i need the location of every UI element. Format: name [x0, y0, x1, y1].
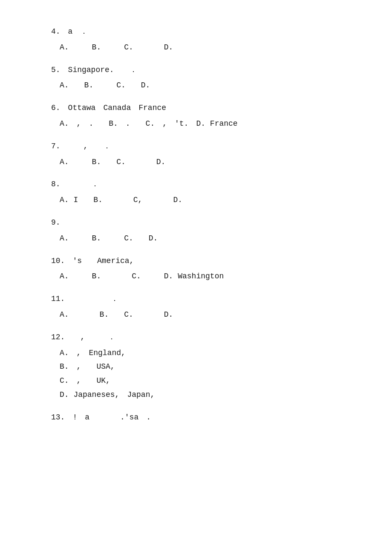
- question-line-5: 8. ．: [51, 178, 349, 191]
- question-block-8: 11. ．A. B. C. D.: [51, 293, 349, 321]
- questions-container: 4. a ．A. B. C. D.5. Singapore. ．A. B. C.…: [51, 26, 349, 424]
- question-line-2: 5. Singapore. ．: [51, 64, 349, 76]
- question-line-8: 11. ．: [51, 293, 349, 305]
- option-item-9-0: A. , England,: [60, 347, 349, 359]
- question-line-1: 4. a ．: [51, 26, 349, 38]
- question-line-7: 10. 's America,: [51, 255, 349, 267]
- question-line-6: 9.: [51, 217, 349, 229]
- question-block-1: 4. a ．A. B. C. D.: [51, 26, 349, 54]
- options-line-3: A. , . B. . C. , 't. D. France: [60, 118, 349, 130]
- question-line-9: 12. , ．: [51, 331, 349, 344]
- question-line-4: 7. , ．: [51, 140, 349, 153]
- option-item-9-2: C. , UK,: [60, 375, 349, 387]
- question-block-7: 10. 's America,A. B. C. D. Washington: [51, 255, 349, 283]
- question-line-3: 6. Ottawa Canada France: [51, 102, 349, 114]
- question-block-3: 6. Ottawa Canada FranceA. , . B. . C. , …: [51, 102, 349, 130]
- question-block-6: 9.A. B. C. D.: [51, 217, 349, 245]
- question-block-5: 8. ．A. I B. C, D.: [51, 178, 349, 206]
- question-line-10: 13. ! a .'sa .: [51, 411, 349, 424]
- question-block-2: 5. Singapore. ．A. B. C. D.: [51, 64, 349, 92]
- options-line-8: A. B. C. D.: [60, 309, 349, 321]
- options-line-4: A. B. C. D.: [60, 156, 349, 168]
- option-item-9-1: B. , USA,: [60, 361, 349, 373]
- options-line-1: A. B. C. D.: [60, 41, 349, 54]
- options-line-2: A. B. C. D.: [60, 79, 349, 92]
- option-item-9-3: D. Japaneses, Japan,: [60, 389, 349, 401]
- options-line-5: A. I B. C, D.: [60, 194, 349, 206]
- question-block-9: 12. , ．A. , England,B. , USA,C. , UK,D. …: [51, 331, 349, 401]
- options-line-6: A. B. C. D.: [60, 232, 349, 245]
- question-block-4: 7. , ．A. B. C. D.: [51, 140, 349, 168]
- options-line-7: A. B. C. D. Washington: [60, 270, 349, 283]
- question-block-10: 13. ! a .'sa .: [51, 411, 349, 424]
